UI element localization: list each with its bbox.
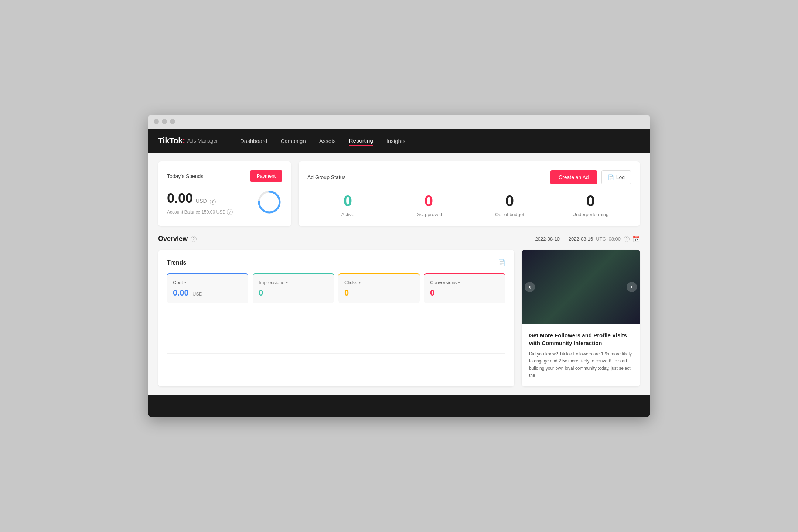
chart-svg — [167, 315, 278, 370]
metric-clicks: Clicks ▾ 0 — [338, 273, 420, 303]
metrics-grid: Cost ▾ 0.00 USD Impressions ▾ — [167, 273, 505, 303]
top-cards: Today's Spends Payment 0.00 USD ? Accoun… — [158, 161, 640, 226]
promo-image — [522, 250, 640, 324]
cost-dropdown-arrow[interactable]: ▾ — [184, 280, 186, 284]
nav-item-assets[interactable]: Assets — [319, 136, 336, 146]
calendar-icon[interactable]: 📅 — [632, 235, 640, 242]
balance-label: Account Balance — [167, 209, 200, 215]
stat-underperforming-label: Underperforming — [550, 212, 631, 217]
nav-item-reporting[interactable]: Reporting — [349, 136, 373, 146]
spends-balance: Account Balance 150.00 USD ? — [167, 209, 233, 215]
metric-cost-value: 0.00 USD — [173, 288, 242, 298]
spends-body: 0.00 USD ? Account Balance 150.00 USD ? — [167, 189, 282, 216]
nav-item-dashboard[interactable]: Dashboard — [240, 136, 267, 146]
cost-number: 0.00 — [173, 288, 189, 297]
stat-disapproved-label: Disapproved — [388, 212, 469, 217]
metric-impressions-label: Impressions ▾ — [259, 280, 328, 285]
metric-impressions: Impressions ▾ 0 — [253, 273, 334, 303]
balance-amount: 150.00 — [201, 209, 215, 215]
payment-button[interactable]: Payment — [250, 170, 282, 182]
export-icon[interactable]: 📄 — [498, 259, 505, 266]
promo-text: Did you know? TikTok Followers are 1.9x … — [529, 351, 632, 379]
metric-conversions-value: 0 — [430, 288, 499, 298]
metric-clicks-value: 0 — [344, 288, 414, 298]
overview-header: Overview ? 2022-08-10 ~ 2022-08-16 UTC+0… — [158, 235, 640, 243]
circle-progress-container — [256, 189, 282, 216]
overview-help-icon[interactable]: ? — [191, 236, 197, 242]
stat-disapproved-number: 0 — [388, 193, 469, 209]
chart-area — [167, 315, 505, 366]
timezone-help-icon[interactable]: ? — [624, 236, 630, 242]
adgroup-stats: 0 Active 0 Disapproved 0 Out of budget — [307, 193, 631, 217]
metric-conversions: Conversions ▾ 0 — [424, 273, 505, 303]
date-range: 2022-08-10 ~ 2022-08-16 UTC+08:00 ? 📅 — [535, 235, 640, 242]
spends-help-icon[interactable]: ? — [210, 199, 216, 205]
promo-content: Get More Followers and Profile Visits wi… — [522, 324, 640, 386]
spends-amount: 0.00 USD ? — [167, 191, 233, 206]
log-icon: 📄 — [608, 174, 614, 180]
stat-outofbudget: 0 Out of budget — [469, 193, 550, 217]
metric-clicks-label-text: Clicks — [344, 280, 357, 285]
overview-title: Overview ? — [158, 235, 197, 243]
metric-conversions-label-text: Conversions — [430, 280, 457, 285]
logo-tiktok: TikTok: — [158, 136, 185, 146]
nav-items: Dashboard Campaign Assets Reporting Insi… — [240, 136, 406, 146]
trends-header: Trends 📄 — [167, 259, 505, 266]
impressions-dropdown-arrow[interactable]: ▾ — [286, 280, 288, 284]
browser-content: TikTok: Ads Manager Dashboard Campaign A… — [148, 129, 650, 417]
stat-outofbudget-label: Out of budget — [469, 212, 550, 217]
spends-card-header: Today's Spends Payment — [167, 170, 282, 182]
adgroup-card: Ad Group Status Create an Ad 📄 Log 0 — [299, 161, 640, 226]
logo-colon: : — [183, 136, 185, 145]
logo-area: TikTok: Ads Manager — [158, 136, 218, 146]
browser-dot-yellow — [162, 119, 167, 124]
browser-titlebar — [148, 115, 650, 129]
adgroup-title: Ad Group Status — [307, 174, 346, 180]
log-button[interactable]: 📄 Log — [601, 170, 631, 184]
adgroup-actions: Create an Ad 📄 Log — [550, 170, 631, 184]
metric-impressions-label-text: Impressions — [259, 280, 284, 285]
conversions-dropdown-arrow[interactable]: ▾ — [458, 280, 460, 284]
trends-title: Trends — [167, 259, 186, 266]
log-label: Log — [616, 174, 625, 180]
nav-item-insights[interactable]: Insights — [386, 136, 406, 146]
stat-disapproved: 0 Disapproved — [388, 193, 469, 217]
conversions-number: 0 — [430, 288, 434, 297]
nav-bar: TikTok: Ads Manager Dashboard Campaign A… — [148, 129, 650, 153]
metric-conversions-label: Conversions ▾ — [430, 280, 499, 285]
date-start[interactable]: 2022-08-10 — [535, 236, 560, 242]
balance-help-icon[interactable]: ? — [227, 209, 233, 215]
metric-cost: Cost ▾ 0.00 USD — [167, 273, 248, 303]
stat-active-number: 0 — [307, 193, 388, 209]
main-content: Today's Spends Payment 0.00 USD ? Accoun… — [148, 153, 650, 395]
balance-currency: USD — [216, 209, 225, 215]
adgroup-header: Ad Group Status Create an Ad 📄 Log — [307, 170, 631, 184]
date-end[interactable]: 2022-08-16 — [569, 236, 593, 242]
date-separator: ~ — [563, 236, 566, 242]
stat-underperforming: 0 Underperforming — [550, 193, 631, 217]
circle-progress — [256, 189, 282, 215]
promo-nav-left[interactable] — [525, 282, 535, 292]
spends-number: 0.00 — [167, 191, 193, 206]
overview-content: Trends 📄 Cost ▾ 0.00 USD — [158, 250, 640, 386]
promo-nav-right[interactable] — [627, 282, 637, 292]
left-arrow-icon — [528, 285, 532, 289]
spends-title: Today's Spends — [167, 173, 203, 179]
clicks-number: 0 — [344, 288, 349, 297]
spends-currency: USD — [196, 198, 207, 204]
create-ad-button[interactable]: Create an Ad — [550, 170, 597, 184]
promo-image-bg — [522, 250, 640, 324]
overview-title-text: Overview — [158, 235, 188, 243]
right-panel: Get More Followers and Profile Visits wi… — [522, 250, 640, 386]
stat-underperforming-number: 0 — [550, 193, 631, 209]
metric-cost-label: Cost ▾ — [173, 280, 242, 285]
bottom-bar — [148, 395, 650, 417]
impressions-number: 0 — [259, 288, 263, 297]
right-arrow-icon — [630, 285, 634, 289]
spends-left: 0.00 USD ? Account Balance 150.00 USD ? — [167, 191, 233, 215]
nav-item-campaign[interactable]: Campaign — [280, 136, 306, 146]
stat-outofbudget-number: 0 — [469, 193, 550, 209]
stat-active: 0 Active — [307, 193, 388, 217]
trends-card: Trends 📄 Cost ▾ 0.00 USD — [158, 250, 514, 386]
clicks-dropdown-arrow[interactable]: ▾ — [359, 280, 361, 284]
